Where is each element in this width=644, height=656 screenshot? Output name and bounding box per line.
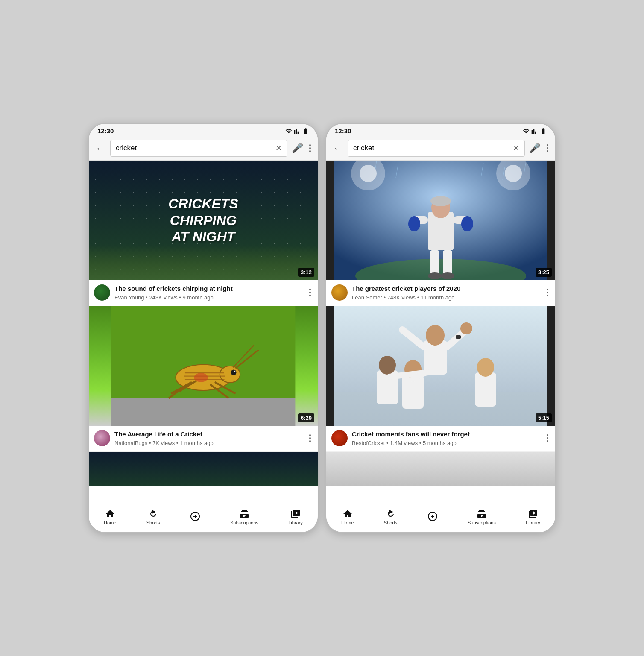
svg-point-28 xyxy=(430,196,451,206)
video-info-2: The Average Life of a Cricket NationalBu… xyxy=(89,426,318,452)
nav-library-label-left: Library xyxy=(288,520,303,525)
signal-icon-right xyxy=(531,128,538,135)
video-meta-3: The greatest cricket players of 2020 Lea… xyxy=(352,284,541,301)
wifi-icon xyxy=(285,128,292,135)
bottom-nav-right: Home Shorts Subscriptions Library xyxy=(326,505,555,532)
svg-rect-57 xyxy=(456,335,461,339)
subscriptions-icon-left xyxy=(239,509,249,519)
subscriptions-icon-right xyxy=(477,509,487,519)
video-info-4: Cricket moments fans will never forget B… xyxy=(326,426,555,452)
thumbnail-3: 3:25 xyxy=(326,161,555,280)
svg-rect-33 xyxy=(430,250,439,276)
svg-point-5 xyxy=(234,371,235,372)
search-clear-right[interactable]: ✕ xyxy=(513,144,519,153)
thumb-text-1: CRICKETS CHIRPING AT NIGHT xyxy=(168,196,238,245)
nav-library-label-right: Library xyxy=(526,520,540,525)
video-meta-4: Cricket moments fans will never forget B… xyxy=(352,430,541,446)
add-icon-left xyxy=(190,511,200,521)
search-input-wrap-left[interactable]: cricket ✕ xyxy=(110,140,287,157)
status-icons-right xyxy=(523,128,547,135)
bottom-nav-left: Home Shorts Subscriptions Library xyxy=(89,505,318,532)
library-icon-right xyxy=(528,509,538,519)
video-sub-4: BestofCricket • 1.4M views • 5 months ag… xyxy=(352,440,541,446)
nav-library-right[interactable]: Library xyxy=(526,509,540,525)
avatar-inner-4 xyxy=(331,430,348,446)
video-more-3[interactable] xyxy=(545,286,550,299)
nav-shorts-left[interactable]: Shorts xyxy=(146,509,160,525)
video-more-2[interactable] xyxy=(307,432,313,445)
search-input-wrap-right[interactable]: cricket ✕ xyxy=(348,140,525,157)
search-clear-left[interactable]: ✕ xyxy=(275,144,282,153)
partial-video-right xyxy=(326,452,555,486)
nav-home-right[interactable]: Home xyxy=(341,509,354,525)
svg-point-35 xyxy=(428,272,442,279)
search-query-left: cricket xyxy=(116,144,137,152)
nav-subscriptions-right[interactable]: Subscriptions xyxy=(468,509,496,525)
nav-add-left[interactable] xyxy=(190,511,200,523)
thumbnail-2: 6:29 xyxy=(89,306,318,426)
shorts-icon-left xyxy=(148,509,158,519)
shorts-icon-right xyxy=(386,509,396,519)
avatar-4 xyxy=(331,430,348,446)
avatar-2 xyxy=(94,430,110,446)
nav-library-left[interactable]: Library xyxy=(288,509,303,525)
home-icon-left xyxy=(105,509,115,519)
svg-point-48 xyxy=(460,322,472,334)
svg-rect-34 xyxy=(443,250,452,276)
status-time-right: 12:30 xyxy=(335,127,351,135)
video-more-1[interactable] xyxy=(307,286,313,299)
video-sub-3: Leah Somer • 748K views • 11 month ago xyxy=(352,294,541,301)
svg-point-3 xyxy=(220,366,240,383)
search-mic-right[interactable]: 🎤 xyxy=(529,143,541,154)
thumbnail-1: CRICKETS CHIRPING AT NIGHT 3:12 xyxy=(89,161,318,280)
status-bar-left: 12:30 xyxy=(89,124,318,136)
duration-2: 6:29 xyxy=(298,413,314,422)
status-icons-left xyxy=(285,128,309,135)
nav-home-left[interactable]: Home xyxy=(104,509,116,525)
video-more-4[interactable] xyxy=(545,432,550,445)
svg-rect-53 xyxy=(475,372,496,407)
search-mic-left[interactable]: 🎤 xyxy=(292,143,303,154)
svg-rect-1 xyxy=(111,398,296,426)
video-card-4[interactable]: 5:15 Cricket moments fans will never for… xyxy=(326,306,555,452)
nav-shorts-right[interactable]: Shorts xyxy=(384,509,398,525)
signal-icon xyxy=(294,128,301,135)
video-title-4: Cricket moments fans will never forget xyxy=(352,430,541,439)
library-icon-left xyxy=(290,509,301,519)
content-left: CRICKETS CHIRPING AT NIGHT 3:12 The soun… xyxy=(89,161,318,505)
search-query-right: cricket xyxy=(353,144,374,152)
svg-point-45 xyxy=(426,325,445,346)
video-meta-2: The Average Life of a Cricket NationalBu… xyxy=(114,430,303,446)
celebrate-svg xyxy=(326,306,555,426)
svg-point-32 xyxy=(461,216,473,231)
avatar-1 xyxy=(94,284,110,301)
nav-subscriptions-left[interactable]: Subscriptions xyxy=(230,509,258,525)
video-title-2: The Average Life of a Cricket xyxy=(114,430,303,439)
svg-point-23 xyxy=(360,165,377,182)
video-card-1[interactable]: CRICKETS CHIRPING AT NIGHT 3:12 The soun… xyxy=(89,161,318,306)
partial-video-left xyxy=(89,452,318,486)
more-menu-left[interactable] xyxy=(307,142,313,155)
video-title-3: The greatest cricket players of 2020 xyxy=(352,284,541,293)
nav-shorts-label-right: Shorts xyxy=(384,520,398,525)
more-menu-right[interactable] xyxy=(545,142,550,155)
insect-svg xyxy=(89,306,318,426)
svg-point-24 xyxy=(505,165,522,182)
back-button-left[interactable]: ← xyxy=(94,142,106,155)
battery-icon-right xyxy=(540,128,547,135)
back-button-right[interactable]: ← xyxy=(331,142,343,155)
right-phone: 12:30 ← cricket ✕ 🎤 xyxy=(325,123,556,533)
video-card-2[interactable]: 6:29 The Average Life of a Cricket Natio… xyxy=(89,306,318,452)
svg-point-4 xyxy=(231,370,237,375)
nav-add-right[interactable] xyxy=(427,511,438,523)
video-meta-1: The sound of crickets chirping at night … xyxy=(114,284,303,301)
video-card-3[interactable]: 3:25 The greatest cricket players of 202… xyxy=(326,161,555,306)
battery-icon xyxy=(302,128,309,135)
search-bar-right: ← cricket ✕ 🎤 xyxy=(326,136,555,161)
avatar-3 xyxy=(331,284,348,301)
avatar-inner-2 xyxy=(94,430,110,446)
avatar-inner-3 xyxy=(331,284,348,301)
nav-shorts-label-left: Shorts xyxy=(146,520,160,525)
nav-subscriptions-label-right: Subscriptions xyxy=(468,520,496,525)
svg-rect-43 xyxy=(334,392,547,426)
